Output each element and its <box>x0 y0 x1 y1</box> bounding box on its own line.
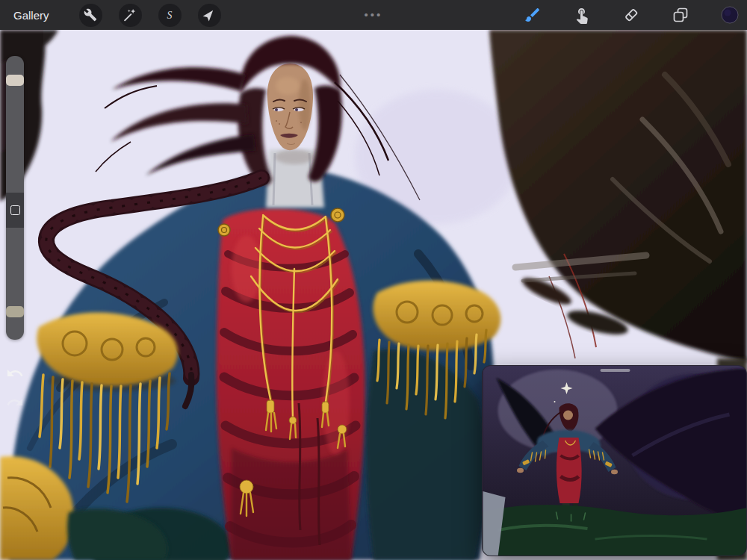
eraser-tool[interactable] <box>622 5 641 25</box>
opacity-slider[interactable] <box>6 228 24 340</box>
selection-s-icon: S <box>161 7 178 23</box>
reference-panel[interactable] <box>482 365 747 556</box>
undo-arrow-icon <box>6 364 24 382</box>
square-icon <box>10 205 20 215</box>
adjustments-button[interactable] <box>119 4 142 27</box>
transform-button[interactable] <box>198 4 221 27</box>
actions-button[interactable] <box>79 4 102 27</box>
canvas-options-dots[interactable]: ••• <box>365 8 383 21</box>
top-toolbar: Gallery S ••• <box>0 0 747 30</box>
sidebar-sliders <box>6 56 24 340</box>
drag-handle[interactable] <box>601 369 630 372</box>
paintbrush-icon <box>524 6 542 24</box>
modify-button[interactable] <box>6 193 24 228</box>
color-swatch-circle <box>721 6 739 24</box>
red-garment-shape <box>217 209 365 560</box>
layers-tool[interactable] <box>671 5 690 25</box>
eraser-icon <box>622 6 640 24</box>
wrench-icon <box>82 7 99 23</box>
opacity-handle[interactable] <box>6 306 24 317</box>
svg-text:S: S <box>167 10 173 21</box>
undo-button[interactable] <box>6 364 24 382</box>
reference-preview-image <box>483 366 747 556</box>
brush-size-handle[interactable] <box>6 75 24 86</box>
smudge-finger-icon <box>573 6 591 24</box>
smudge-tool[interactable] <box>572 5 592 25</box>
redo-arrow-icon <box>6 393 24 411</box>
layers-icon <box>672 6 689 24</box>
brush-size-slider[interactable] <box>6 56 24 193</box>
color-tool[interactable] <box>720 5 740 25</box>
redo-button[interactable] <box>6 393 24 411</box>
selection-button[interactable]: S <box>158 4 182 27</box>
magic-wand-icon <box>122 7 138 23</box>
paint-tools-group <box>523 0 740 30</box>
paint-brush-tool[interactable] <box>523 5 542 25</box>
gallery-button[interactable]: Gallery <box>13 9 49 22</box>
transform-arrow-icon <box>201 7 217 23</box>
